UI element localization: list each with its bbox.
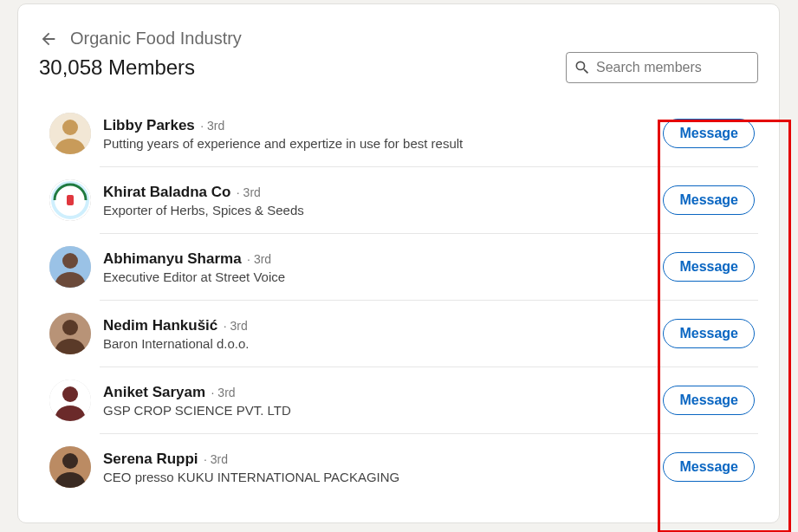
avatar[interactable] [49,380,91,421]
member-row: Serena Ruppi · 3rd CEO presso KUKU INTER… [49,434,758,500]
avatar[interactable] [49,113,91,154]
member-name[interactable]: Serena Ruppi [103,451,198,467]
member-count: 30,058 Members [39,55,195,80]
message-button[interactable]: Message [663,252,755,282]
connection-degree: · 3rd [224,319,248,333]
connection-degree: · 3rd [211,386,236,399]
members-panel: Organic Food Industry 30,058 Members Lib… [17,3,780,523]
connection-degree: · 3rd [204,452,228,466]
avatar[interactable] [49,179,91,221]
message-button[interactable]: Message [663,185,755,215]
avatar[interactable] [49,246,91,288]
member-name[interactable]: Libby Parkes [103,117,195,133]
message-button[interactable]: Message [663,319,755,348]
member-headline: Baron International d.o.o. [103,336,663,351]
member-list: Libby Parkes · 3rd Putting years of expe… [49,101,758,500]
member-name[interactable]: Nedim Hankušić [103,317,217,334]
connection-degree: · 3rd [247,252,271,266]
connection-degree: · 3rd [200,119,224,133]
connection-degree: · 3rd [237,185,261,199]
svg-point-1 [62,120,78,135]
header-row: Organic Food Industry [39,29,758,49]
member-row: Khirat Baladna Co · 3rd Exporter of Herb… [49,167,758,233]
member-info: Aniket Saryam · 3rd GSP CROP SCIENCE PVT… [103,384,663,418]
member-name[interactable]: Abhimanyu Sharma [103,250,242,267]
svg-point-6 [62,253,78,269]
search-icon [574,59,591,76]
member-headline: CEO presso KUKU INTERNATIONAL PACKAGING [103,470,663,484]
header-subrow: 30,058 Members [39,52,758,83]
member-name[interactable]: Aniket Saryam [103,384,205,400]
member-info: Abhimanyu Sharma · 3rd Executive Editor … [103,250,663,284]
back-arrow-icon[interactable] [39,29,58,49]
member-row: Nedim Hankušić · 3rd Baron International… [49,301,758,367]
member-row: Aniket Saryam · 3rd GSP CROP SCIENCE PVT… [49,367,758,433]
message-button[interactable]: Message [663,386,755,415]
svg-point-10 [62,386,78,402]
member-headline: GSP CROP SCIENCE PVT. LTD [103,403,663,418]
svg-rect-4 [67,195,74,205]
avatar[interactable] [49,446,91,488]
group-title[interactable]: Organic Food Industry [70,29,242,49]
message-button[interactable]: Message [663,119,755,148]
avatar[interactable] [49,313,91,354]
member-name[interactable]: Khirat Baladna Co [103,184,230,200]
member-row: Libby Parkes · 3rd Putting years of expe… [49,101,758,166]
search-input[interactable] [596,60,750,75]
member-info: Nedim Hankušić · 3rd Baron International… [103,317,663,351]
member-headline: Putting years of experience and expertiz… [103,136,663,151]
svg-point-12 [62,453,78,469]
member-info: Serena Ruppi · 3rd CEO presso KUKU INTER… [103,451,663,484]
member-row: Abhimanyu Sharma · 3rd Executive Editor … [49,234,758,300]
member-headline: Executive Editor at Street Voice [103,269,663,284]
search-field[interactable] [566,52,758,83]
svg-point-8 [62,320,78,335]
member-info: Libby Parkes · 3rd Putting years of expe… [103,117,663,151]
member-headline: Exporter of Herbs, Spices & Seeds [103,203,663,217]
message-button[interactable]: Message [663,452,755,482]
member-info: Khirat Baladna Co · 3rd Exporter of Herb… [103,184,663,217]
